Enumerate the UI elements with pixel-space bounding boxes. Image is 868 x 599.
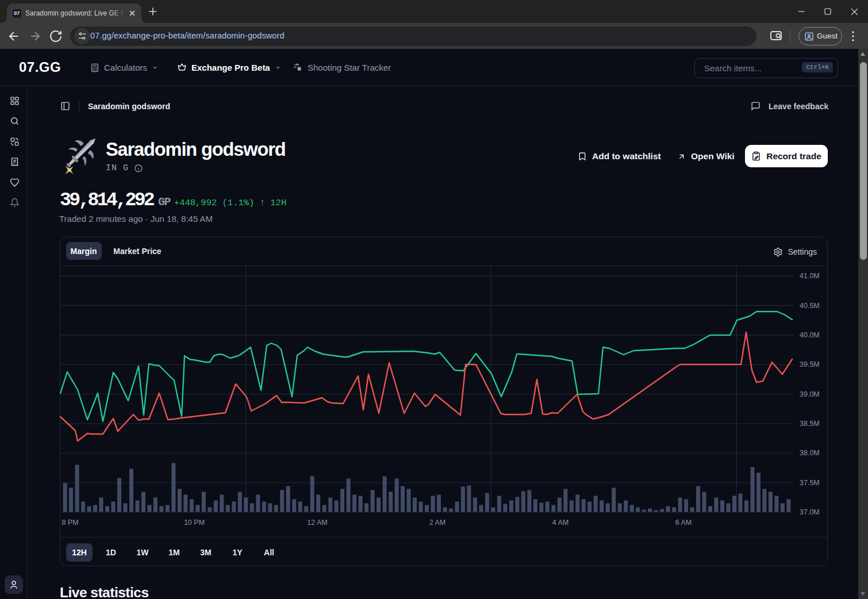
svg-text:39.5M: 39.5M: [800, 360, 820, 368]
svg-text:10 PM: 10 PM: [184, 519, 205, 527]
svg-text:37.0M: 37.0M: [800, 508, 820, 516]
svg-text:40.0M: 40.0M: [800, 331, 820, 339]
svg-text:37.5M: 37.5M: [800, 479, 820, 487]
svg-text:38.5M: 38.5M: [800, 420, 820, 428]
svg-text:41.0M: 41.0M: [800, 272, 820, 280]
svg-text:40.5M: 40.5M: [800, 302, 820, 310]
svg-text:39.0M: 39.0M: [800, 390, 820, 398]
svg-text:38.0M: 38.0M: [800, 449, 820, 457]
svg-text:4 AM: 4 AM: [552, 519, 569, 527]
svg-text:12 AM: 12 AM: [307, 519, 327, 527]
svg-text:6 AM: 6 AM: [675, 519, 692, 527]
svg-text:2 AM: 2 AM: [429, 519, 446, 527]
svg-text:8 PM: 8 PM: [62, 519, 78, 527]
